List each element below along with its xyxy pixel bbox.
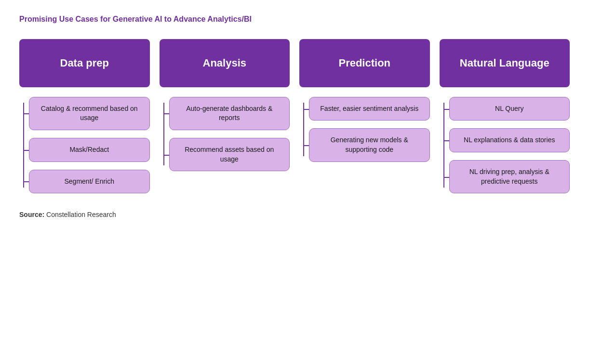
- list-item: Segment/ Enrich: [29, 170, 150, 194]
- column-header-prediction: Prediction: [299, 39, 430, 87]
- column-header-natural-language: Natural Language: [440, 39, 570, 87]
- item-box-data-prep-1: Mask/Redact: [29, 138, 150, 162]
- columns-wrapper: Data prepCatalog & recommend based on us…: [19, 39, 570, 193]
- column-analysis: AnalysisAuto-generate dashboards & repor…: [160, 39, 290, 171]
- item-box-analysis-0: Auto-generate dashboards & reports: [169, 97, 290, 130]
- list-item: NL Query: [449, 97, 570, 121]
- list-item: Generating new models & supporting code: [309, 128, 430, 162]
- item-box-prediction-1: Generating new models & supporting code: [309, 128, 430, 162]
- list-item: NL explanations & data stories: [449, 128, 570, 152]
- items-container-data-prep: Catalog & recommend based on usageMask/R…: [19, 97, 150, 193]
- list-item: Recommend assets based on usage: [169, 138, 290, 171]
- list-item: Faster, easier sentiment analysis: [309, 97, 430, 121]
- items-container-natural-language: NL QueryNL explanations & data storiesNL…: [440, 97, 570, 193]
- item-box-data-prep-0: Catalog & recommend based on usage: [29, 97, 150, 130]
- item-box-prediction-0: Faster, easier sentiment analysis: [309, 97, 430, 121]
- item-box-data-prep-2: Segment/ Enrich: [29, 170, 150, 194]
- list-item: Mask/Redact: [29, 138, 150, 162]
- item-box-natural-language-1: NL explanations & data stories: [449, 128, 570, 152]
- items-container-analysis: Auto-generate dashboards & reportsRecomm…: [160, 97, 290, 171]
- source-line: Source: Constellation Research: [19, 211, 570, 218]
- list-item: Catalog & recommend based on usage: [29, 97, 150, 130]
- column-header-data-prep: Data prep: [19, 39, 150, 87]
- column-natural-language: Natural LanguageNL QueryNL explanations …: [440, 39, 570, 193]
- page-title: Promising Use Cases for Generative AI to…: [19, 14, 570, 25]
- column-header-analysis: Analysis: [160, 39, 290, 87]
- item-box-natural-language-0: NL Query: [449, 97, 570, 121]
- list-item: Auto-generate dashboards & reports: [169, 97, 290, 130]
- column-prediction: PredictionFaster, easier sentiment analy…: [299, 39, 430, 162]
- list-item: NL driving prep, analysis & predictive r…: [449, 160, 570, 193]
- item-box-analysis-1: Recommend assets based on usage: [169, 138, 290, 171]
- item-box-natural-language-2: NL driving prep, analysis & predictive r…: [449, 160, 570, 193]
- column-data-prep: Data prepCatalog & recommend based on us…: [19, 39, 150, 193]
- source-label: Source:: [19, 211, 46, 218]
- source-text-val: Constellation Research: [46, 211, 116, 218]
- items-container-prediction: Faster, easier sentiment analysisGenerat…: [299, 97, 430, 162]
